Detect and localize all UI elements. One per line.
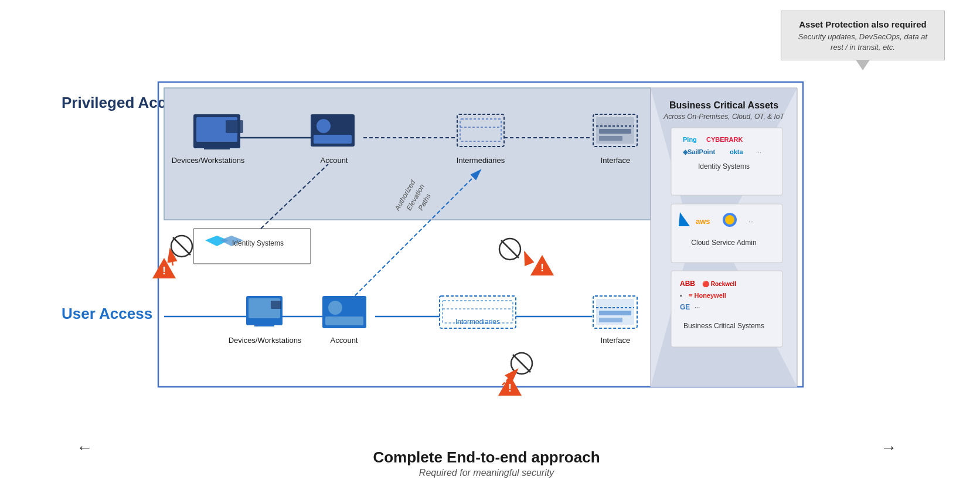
logo-abb: ABB [680, 280, 695, 288]
svg-rect-15 [599, 136, 622, 141]
svg-rect-36 [599, 318, 622, 322]
user-interface-icon [593, 296, 637, 328]
bca-identity-label: Identity Systems [698, 162, 750, 171]
svg-rect-24 [271, 301, 281, 309]
svg-rect-27 [325, 317, 363, 325]
logo-cyberark: CYBERARK [706, 136, 743, 143]
warning-left: ! [152, 258, 176, 278]
asset-protection-callout: Asset Protection also required Security … [781, 11, 945, 60]
bca-title: Business Critical Assets [669, 100, 778, 110]
user-devices-label: Devices/Workstations [229, 336, 302, 345]
svg-text:!: ! [162, 265, 166, 277]
logo-dots-3: ··· [695, 304, 700, 311]
logo-sailpoint: ◈SailPoint [682, 148, 715, 155]
privileged-zone-bg [164, 88, 651, 220]
bca-biz-label: Business Critical Systems [683, 322, 764, 330]
logo-aws: aws [696, 217, 710, 226]
gcp-inner [725, 215, 734, 224]
svg-rect-22 [259, 322, 270, 325]
bca-cloud-label: Cloud Service Admin [691, 239, 756, 247]
user-device-icon [246, 296, 283, 326]
callout-title: Asset Protection also required [792, 19, 934, 29]
attack-arrow-mid [525, 252, 529, 264]
bottom-section: ← Complete End-to-end approach Required … [29, 448, 944, 478]
main-diagram: Privileged Access User Access Devices/Wo… [29, 76, 944, 404]
logo-dots-2: ··· [748, 218, 754, 225]
svg-rect-3 [204, 147, 230, 149]
bca-cloud-box [671, 204, 782, 263]
logo-okta: okta [730, 148, 744, 155]
diagram-svg: Devices/Workstations Account Intermediar… [29, 76, 944, 404]
priv-device-icon [193, 114, 243, 149]
svg-text:Intermediaries: Intermediaries [455, 318, 500, 326]
svg-point-6 [317, 119, 331, 133]
svg-rect-35 [599, 311, 631, 315]
bca-subtitle: Across On-Premises, Cloud, OT, & IoT [663, 113, 785, 121]
arrow-right-icon: → [880, 438, 897, 457]
logo-rockwell: 🔴 Rockwell [702, 280, 736, 288]
priv-devices-label: Devices/Workstations [172, 156, 245, 165]
svg-rect-4 [226, 120, 243, 133]
priv-interface-icon [593, 114, 637, 147]
priv-intermediaries-label: Intermediaries [457, 156, 505, 165]
user-interface-label: Interface [601, 336, 631, 345]
svg-point-26 [328, 301, 342, 315]
logo-ge: GE [680, 303, 690, 311]
priv-account-icon [311, 114, 355, 147]
svg-rect-23 [254, 325, 274, 326]
user-intermediaries-icon: Intermediaries [440, 296, 516, 328]
user-account-icon [322, 296, 366, 328]
logo-honeywell: ≡ Honeywell [689, 292, 726, 299]
identity-systems-label: Identity Systems [232, 239, 284, 247]
svg-rect-14 [599, 129, 631, 134]
bottom-subtitle: Required for meaningful security [29, 468, 944, 478]
logo-dots-1: ··· [756, 148, 761, 155]
warning-bottom: ! [498, 375, 522, 396]
warning-mid: ! [530, 255, 554, 275]
svg-text:!: ! [540, 262, 544, 274]
arrow-left-icon: ← [76, 438, 93, 457]
svg-rect-2 [210, 144, 224, 147]
svg-text:!: ! [508, 382, 512, 394]
logo-box-ot: ▪ [680, 292, 682, 299]
priv-account-label: Account [321, 156, 348, 165]
bottom-title: Complete End-to-end approach [29, 448, 944, 467]
callout-body: Security updates, DevSecOps, data at res… [792, 32, 934, 53]
logo-ping: Ping [683, 136, 697, 143]
user-account-label: Account [331, 336, 358, 345]
priv-interface-label: Interface [601, 156, 631, 165]
svg-rect-7 [314, 135, 352, 144]
